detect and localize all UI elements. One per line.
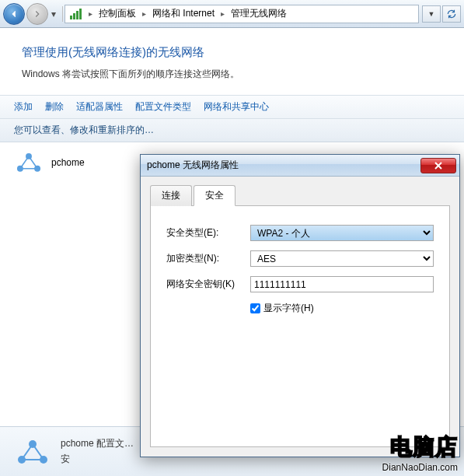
arrow-right-icon	[32, 9, 43, 19]
show-chars-label: 显示字符(H)	[263, 302, 314, 315]
network-icon	[14, 436, 51, 467]
details-security: 安	[61, 452, 134, 467]
security-key-input[interactable]	[250, 276, 434, 292]
security-type-label: 安全类型(E):	[166, 226, 250, 240]
dropdown-button[interactable]: ▼	[422, 5, 441, 23]
instruction-bar: 您可以查看、修改和重新排序的…	[0, 119, 464, 142]
breadcrumb[interactable]: ▸ 控制面板 ▸ 网络和 Internet ▸ 管理无线网络	[65, 5, 419, 23]
dialog-titlebar[interactable]: pchome 无线网络属性	[141, 155, 459, 177]
chevron-right-icon: ▸	[85, 9, 96, 18]
chevron-right-icon: ▸	[218, 9, 228, 18]
network-icon	[14, 150, 44, 175]
remove-link[interactable]: 删除	[45, 100, 64, 114]
tab-strip: 连接 安全	[150, 184, 450, 206]
crumb-network-internet[interactable]: 网络和 Internet	[149, 7, 218, 20]
sharing-center-link[interactable]: 网络和共享中心	[204, 100, 269, 114]
page-subtext: Windows 将尝试按照下面所列的顺序连接这些网络。	[22, 68, 442, 81]
refresh-icon	[446, 9, 457, 19]
close-icon	[434, 162, 443, 170]
page-heading: 管理使用(无线网络连接)的无线网络	[22, 45, 442, 60]
dialog-body: 连接 安全 安全类型(E): WPA2 - 个人 加密类型(N): AES 网络…	[141, 177, 459, 457]
close-button[interactable]	[420, 158, 456, 173]
refresh-button[interactable]	[442, 5, 461, 23]
chevron-right-icon: ▸	[139, 9, 149, 18]
toolbar: 添加 删除 适配器属性 配置文件类型 网络和共享中心	[0, 95, 464, 119]
security-type-select[interactable]: WPA2 - 个人	[250, 225, 434, 241]
add-link[interactable]: 添加	[14, 100, 33, 114]
security-key-label: 网络安全密钥(K)	[166, 278, 250, 291]
encryption-type-select[interactable]: AES	[250, 250, 434, 267]
separator	[62, 6, 63, 22]
tab-connect[interactable]: 连接	[150, 185, 192, 206]
details-name: pchome	[61, 438, 94, 449]
properties-dialog: pchome 无线网络属性 连接 安全 安全类型(E): WPA2 - 个人 加…	[140, 154, 460, 457]
history-dropdown-icon[interactable]: ▾	[51, 9, 56, 19]
crumb-control-panel[interactable]: 控制面板	[96, 7, 139, 20]
encryption-type-label: 加密类型(N):	[166, 252, 250, 265]
show-chars-checkbox[interactable]	[250, 303, 260, 313]
dialog-title: pchome 无线网络属性	[147, 159, 420, 172]
tab-security[interactable]: 安全	[194, 185, 235, 206]
back-button[interactable]	[3, 3, 25, 25]
network-name: pchome	[51, 157, 85, 168]
details-text: pchome 配置文… 安	[61, 436, 134, 466]
nav-bar: ▾ ▸ 控制面板 ▸ 网络和 Internet ▸ 管理无线网络 ▼	[0, 0, 464, 28]
chevron-down-icon: ▼	[428, 10, 435, 18]
signal-icon	[70, 9, 82, 19]
adapter-props-link[interactable]: 适配器属性	[76, 100, 123, 114]
crumb-manage-wireless[interactable]: 管理无线网络	[228, 7, 290, 20]
tab-panel-security: 安全类型(E): WPA2 - 个人 加密类型(N): AES 网络安全密钥(K…	[150, 206, 450, 447]
arrow-left-icon	[9, 9, 19, 19]
profile-type-link[interactable]: 配置文件类型	[135, 100, 191, 114]
forward-button[interactable]	[26, 3, 48, 25]
